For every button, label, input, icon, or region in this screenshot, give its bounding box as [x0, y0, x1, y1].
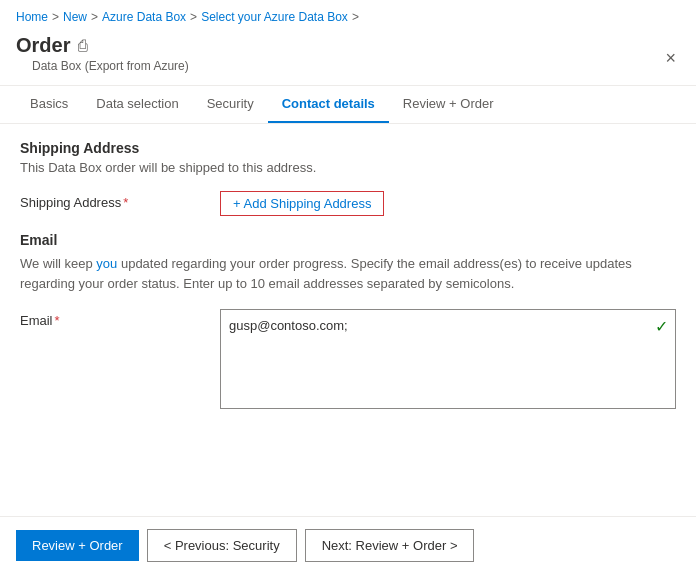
email-field[interactable]	[220, 309, 676, 409]
panel-subtitle: Data Box (Export from Azure)	[16, 57, 205, 81]
shipping-label: Shipping Address*	[20, 191, 220, 210]
email-highlight-you: you	[96, 256, 117, 271]
email-valid-icon: ✓	[655, 317, 668, 336]
print-icon[interactable]: ⎙	[78, 37, 88, 55]
breadcrumb-new[interactable]: New	[63, 10, 87, 24]
add-shipping-address-button[interactable]: + Add Shipping Address	[220, 191, 384, 216]
panel-header: Order ⎙ Data Box (Export from Azure) ×	[0, 30, 696, 86]
footer: Review + Order < Previous: Security Next…	[0, 516, 696, 574]
next-button[interactable]: Next: Review + Order >	[305, 529, 475, 562]
tab-basics[interactable]: Basics	[16, 86, 82, 123]
breadcrumb-home[interactable]: Home	[16, 10, 48, 24]
shipping-required-star: *	[123, 195, 128, 210]
breadcrumb-azure-data-box[interactable]: Azure Data Box	[102, 10, 186, 24]
breadcrumb-select-azure-data-box[interactable]: Select your Azure Data Box	[201, 10, 348, 24]
breadcrumb-sep-2: >	[91, 10, 98, 24]
email-label: Email*	[20, 309, 220, 328]
email-desc: We will keep you updated regarding your …	[20, 254, 676, 293]
email-section: Email We will keep you updated regarding…	[20, 232, 676, 412]
breadcrumb-sep-3: >	[190, 10, 197, 24]
page-title: Order	[16, 34, 70, 57]
email-field-wrap: ✓	[220, 309, 676, 412]
email-row: Email* ✓	[20, 309, 676, 412]
breadcrumb-sep-1: >	[52, 10, 59, 24]
shipping-address-control: + Add Shipping Address	[220, 191, 676, 216]
panel-title-row: Order ⎙	[16, 34, 205, 57]
shipping-section-title: Shipping Address	[20, 140, 676, 156]
close-button[interactable]: ×	[661, 45, 680, 71]
tab-bar: Basics Data selection Security Contact d…	[0, 86, 696, 124]
tab-contact-details[interactable]: Contact details	[268, 86, 389, 123]
review-order-button[interactable]: Review + Order	[16, 530, 139, 561]
email-required-star: *	[55, 313, 60, 328]
tab-data-selection[interactable]: Data selection	[82, 86, 192, 123]
breadcrumb-sep-4: >	[352, 10, 359, 24]
content-area: Shipping Address This Data Box order wil…	[0, 124, 696, 513]
email-section-title: Email	[20, 232, 676, 248]
breadcrumb: Home > New > Azure Data Box > Select you…	[0, 0, 696, 30]
tab-review-order[interactable]: Review + Order	[389, 86, 508, 123]
shipping-section-desc: This Data Box order will be shipped to t…	[20, 160, 676, 175]
shipping-address-row: Shipping Address* + Add Shipping Address	[20, 191, 676, 216]
tab-security[interactable]: Security	[193, 86, 268, 123]
previous-button[interactable]: < Previous: Security	[147, 529, 297, 562]
shipping-section: Shipping Address This Data Box order wil…	[20, 140, 676, 216]
